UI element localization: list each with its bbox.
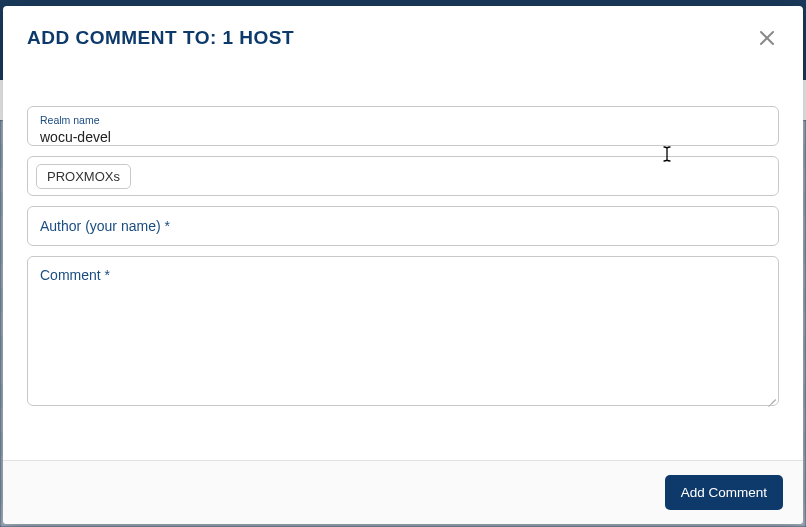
close-button[interactable] bbox=[755, 26, 779, 50]
modal-header: ADD COMMENT TO: 1 HOST bbox=[3, 6, 803, 70]
add-comment-button[interactable]: Add Comment bbox=[665, 475, 783, 510]
host-chip[interactable]: PROXMOXs bbox=[36, 164, 131, 189]
add-comment-modal: ADD COMMENT TO: 1 HOST Realm name wocu-d… bbox=[3, 6, 803, 524]
close-icon bbox=[759, 30, 775, 46]
realm-name-field[interactable]: Realm name wocu-devel bbox=[27, 106, 779, 146]
comment-textarea[interactable] bbox=[28, 257, 778, 405]
modal-body: Realm name wocu-devel PROXMOXs bbox=[3, 70, 803, 460]
modal-footer: Add Comment bbox=[3, 460, 803, 524]
realm-name-label: Realm name bbox=[40, 115, 766, 126]
host-chip-label: PROXMOXs bbox=[47, 169, 120, 184]
comment-field[interactable] bbox=[27, 256, 779, 406]
modal-title: ADD COMMENT TO: 1 HOST bbox=[27, 27, 294, 49]
author-input[interactable] bbox=[28, 207, 778, 245]
hosts-field[interactable]: PROXMOXs bbox=[27, 156, 779, 196]
author-field[interactable] bbox=[27, 206, 779, 246]
realm-name-value: wocu-devel bbox=[40, 126, 766, 146]
